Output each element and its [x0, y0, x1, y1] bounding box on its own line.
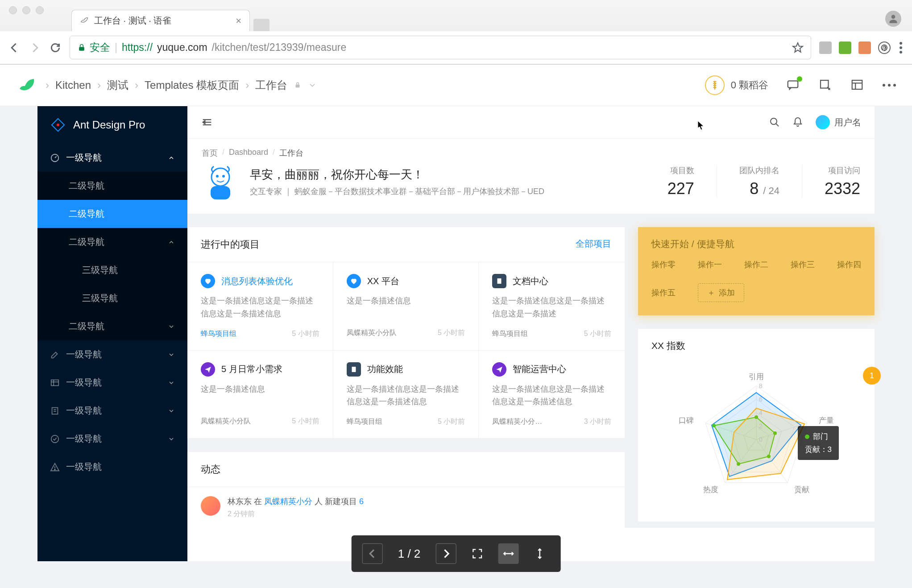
- card-title: 进行中的项目: [201, 238, 260, 251]
- browser-back-button[interactable]: [8, 41, 21, 54]
- bell-icon[interactable]: [792, 117, 803, 128]
- greeting-subtitle: 交互专家 ｜ 蚂蚁金服－平台数据技术事业群－基础平台部－用户体验技术部－UED: [250, 186, 544, 197]
- sidebar-nav1-edit[interactable]: 一级导航: [37, 340, 187, 369]
- index-card: XX 指数: [638, 329, 875, 522]
- sidebar-nav3-item[interactable]: 三级导航: [37, 256, 187, 284]
- quick-start-card: 快速开始 / 便捷导航 操作零操作一操作二操作三操作四操作五＋添加: [638, 227, 875, 315]
- float-notification-badge[interactable]: 1: [863, 367, 881, 385]
- project-card[interactable]: 智能运营中心 这是一条描述信息这是一条描述信息这是一条描述信息 凤蝶精英小分… …: [479, 351, 625, 439]
- project-title: 消息列表体验优化: [201, 274, 319, 288]
- sidebar-nav1-table[interactable]: 一级导航: [37, 369, 187, 397]
- sidebar-brand[interactable]: Ant Design Pro: [37, 106, 187, 144]
- extension-evernote-icon[interactable]: [839, 41, 851, 54]
- project-time: 5 小时前: [292, 329, 319, 339]
- comment-icon[interactable]: [786, 78, 800, 92]
- activity-text: 林东东 在 凤蝶精英小分 人 新建项目 6: [228, 496, 364, 507]
- quick-action[interactable]: 操作二: [744, 259, 768, 270]
- project-card[interactable]: 功能效能 这是一条描述信息这是一条描述信息这是一条描述信息 蜂鸟项目组 5 小时…: [333, 351, 479, 439]
- sidebar-nav2-item-active[interactable]: 二级导航: [37, 200, 187, 228]
- new-tab-button[interactable]: [253, 19, 269, 31]
- svg-text:2: 2: [759, 422, 763, 430]
- breadcrumb-item[interactable]: 工作台: [255, 78, 287, 92]
- sidebar-nav1-detail[interactable]: 一级导航: [37, 397, 187, 425]
- yuque-logo-icon[interactable]: [16, 75, 37, 96]
- quick-action[interactable]: 操作五: [651, 287, 676, 298]
- extension-rp-icon[interactable]: [819, 41, 832, 54]
- extension-orange-icon[interactable]: [858, 41, 871, 54]
- user-menu[interactable]: 用户名: [816, 115, 861, 129]
- project-title: 文档中心: [492, 274, 611, 288]
- chevron-down-icon[interactable]: [308, 81, 317, 90]
- project-card[interactable]: 消息列表体验优化 这是一条描述信息这是一条描述信息这是一条描述信息 蜂鸟项目组 …: [187, 262, 333, 351]
- mac-maximize-dot[interactable]: [36, 6, 44, 14]
- quick-action[interactable]: 操作一: [698, 259, 722, 270]
- tab-close-icon[interactable]: ×: [236, 15, 241, 27]
- quick-action[interactable]: 操作三: [791, 259, 815, 270]
- layout-icon[interactable]: [850, 78, 865, 92]
- viewer-fit-width-button[interactable]: [498, 543, 518, 564]
- project-title: XX 平台: [347, 274, 465, 288]
- breadcrumb-link[interactable]: 首页: [202, 148, 218, 158]
- breadcrumb-link[interactable]: Dashboard: [229, 148, 268, 158]
- svg-point-26: [216, 175, 219, 178]
- project-card[interactable]: 5 月日常小需求 这是一条描述信息 凤蝶精英小分队 5 小时前: [187, 351, 333, 439]
- menu-fold-icon[interactable]: [201, 116, 213, 128]
- viewer-next-button[interactable]: [435, 543, 456, 564]
- sidebar: Ant Design Pro 一级导航 二级导航 二级导航 二级导航 三级导航 …: [37, 106, 187, 561]
- svg-rect-3: [788, 81, 798, 87]
- project-icon: [347, 274, 361, 288]
- sidebar-nav1[interactable]: 一级导航: [37, 144, 187, 172]
- sidebar-nav3-item[interactable]: 三级导航: [37, 284, 187, 312]
- chrome-profile-icon[interactable]: [885, 11, 901, 27]
- content-area: 用户名 首页 / Dashboard / 工作台 早安，曲丽丽，祝你开心每一天！…: [187, 106, 875, 561]
- chrome-menu-button[interactable]: [898, 40, 904, 55]
- project-icon: [492, 274, 506, 288]
- quick-action[interactable]: 操作四: [837, 259, 861, 270]
- wheat-text: 0 颗稻谷: [731, 79, 768, 92]
- project-icon: [492, 362, 506, 377]
- project-team: 凤蝶精英小分队: [347, 328, 397, 338]
- chevron-down-icon: [168, 323, 175, 330]
- project-desc: 这是一条描述信息这是一条描述信息这是一条描述信息: [347, 383, 465, 409]
- mac-minimize-dot[interactable]: [22, 6, 30, 14]
- browser-reload-button[interactable]: [49, 41, 62, 54]
- chevron-right-icon: ›: [46, 79, 49, 91]
- activity-avatar-icon: [201, 496, 220, 516]
- breadcrumb-item[interactable]: Templates 模板页面: [145, 78, 239, 92]
- search-icon[interactable]: [769, 117, 780, 128]
- warning-icon: [50, 462, 60, 472]
- svg-text:6: 6: [759, 396, 763, 403]
- project-team[interactable]: 蜂鸟项目组: [201, 329, 236, 339]
- more-icon[interactable]: [883, 84, 896, 87]
- browser-forward-button: [29, 41, 41, 54]
- viewer-fullscreen-button[interactable]: [467, 543, 487, 564]
- mac-close-dot[interactable]: [9, 6, 17, 14]
- quick-action[interactable]: 操作零: [651, 259, 676, 270]
- svg-rect-2: [296, 85, 300, 88]
- sidebar-nav1-result[interactable]: 一级导航: [37, 425, 187, 453]
- svg-rect-1: [79, 47, 84, 50]
- breadcrumb-item[interactable]: Kitchen: [55, 79, 91, 91]
- card-title: XX 指数: [651, 340, 861, 352]
- sidebar-nav2-item[interactable]: 二级导航: [37, 172, 187, 200]
- project-card[interactable]: 文档中心 这是一条描述信息这是一条描述信息这是一条描述 蜂鸟项目组 5 小时前: [479, 262, 625, 351]
- browser-tab[interactable]: 工作台 · 测试 · 语雀 ×: [71, 10, 250, 31]
- quick-add-button[interactable]: ＋添加: [698, 283, 744, 302]
- sidebar-nav2-item[interactable]: 二级导航: [37, 312, 187, 340]
- project-desc: 这是一条描述信息: [347, 294, 465, 319]
- bookmark-star-icon[interactable]: [792, 42, 804, 54]
- greeting-title: 早安，曲丽丽，祝你开心每一天！: [250, 167, 544, 182]
- sidebar-nav1-exception[interactable]: 一级导航: [37, 453, 187, 481]
- viewer-fit-height-button[interactable]: [529, 543, 550, 564]
- extension-pinterest-icon[interactable]: [878, 41, 891, 54]
- address-bar[interactable]: 安全 | https://yuque.com/kitchen/test/2139…: [70, 36, 811, 59]
- wheat-badge[interactable]: 0 颗稻谷: [705, 75, 768, 95]
- sidebar-nav2-item-expanded[interactable]: 二级导航: [37, 228, 187, 256]
- all-projects-link[interactable]: 全部项目: [576, 238, 611, 251]
- cursor-box-icon[interactable]: [818, 78, 833, 92]
- breadcrumb-item[interactable]: 测试: [107, 78, 129, 92]
- viewer-prev-button[interactable]: [362, 543, 383, 564]
- project-card[interactable]: XX 平台 这是一条描述信息 凤蝶精英小分队 5 小时前: [333, 262, 479, 351]
- url-path: /kitchen/test/213939/measure: [212, 41, 347, 54]
- project-desc: 这是一条描述信息这是一条描述信息这是一条描述信息: [201, 294, 319, 320]
